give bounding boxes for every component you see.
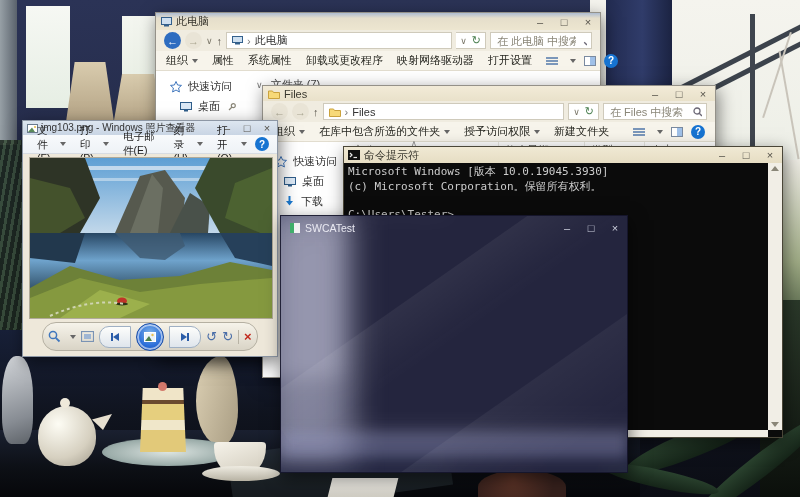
previous-button[interactable] bbox=[99, 326, 131, 348]
toolbar-include-in-library[interactable]: 在库中包含所选的文件夹 bbox=[319, 124, 450, 139]
desktop: 此电脑 – □ × ← → ∨ ↑ › 此电脑 ∨ ↻ bbox=[0, 0, 800, 497]
cmd-line-version: Microsoft Windows [版本 10.0.19045.3930] bbox=[348, 165, 764, 180]
back-button[interactable]: ← bbox=[271, 103, 288, 120]
up-button[interactable]: ↑ bbox=[313, 106, 319, 118]
toolbar-give-access[interactable]: 授予访问权限 bbox=[464, 124, 540, 139]
breadcrumb[interactable]: › Files bbox=[323, 103, 565, 120]
forward-button[interactable]: → bbox=[292, 103, 309, 120]
zoom-dropdown-arrow-icon[interactable] bbox=[70, 335, 76, 339]
maximize-button[interactable]: □ bbox=[579, 216, 603, 240]
toolbar-organize[interactable]: 组织 bbox=[166, 53, 198, 68]
refresh-button[interactable]: ↻ bbox=[585, 105, 594, 118]
this-pc-title: 此电脑 bbox=[176, 14, 209, 29]
download-icon bbox=[284, 196, 295, 207]
address-dropdown[interactable]: ∨ bbox=[573, 107, 580, 117]
wallpaper-statue bbox=[2, 356, 33, 444]
rotate-clockwise-button[interactable]: ↻ bbox=[222, 329, 233, 344]
wallpaper-napkin bbox=[328, 478, 399, 497]
dropdown-arrow-icon bbox=[197, 142, 203, 146]
play-slideshow-button[interactable] bbox=[136, 323, 164, 351]
actual-size-icon[interactable] bbox=[81, 331, 94, 342]
files-window-controls: – □ × bbox=[643, 86, 715, 101]
search-input[interactable] bbox=[608, 105, 693, 119]
list-view-icon[interactable] bbox=[633, 127, 645, 137]
sidebar-item-desktop[interactable]: 桌面 bbox=[275, 174, 347, 189]
minimize-button[interactable]: – bbox=[643, 86, 667, 101]
breadcrumb[interactable]: › 此电脑 bbox=[226, 32, 452, 49]
help-icon[interactable]: ? bbox=[691, 125, 705, 139]
computer-icon bbox=[232, 36, 243, 45]
address-controls: ∨ ↻ bbox=[568, 103, 599, 120]
view-dropdown-arrow-icon[interactable] bbox=[657, 130, 663, 134]
close-button[interactable]: × bbox=[758, 147, 782, 163]
zoom-icon[interactable] bbox=[48, 330, 61, 343]
sidebar-item-quick-access[interactable]: 快速访问 bbox=[275, 154, 347, 169]
this-pc-window-controls: – □ × bbox=[528, 13, 600, 30]
toolbar-map-drive[interactable]: 映射网络驱动器 bbox=[397, 53, 474, 68]
maximize-button[interactable]: □ bbox=[667, 86, 691, 101]
breadcrumb-location[interactable]: 此电脑 bbox=[255, 33, 288, 48]
sidebar-label: 桌面 bbox=[302, 174, 324, 189]
close-button[interactable]: × bbox=[603, 216, 627, 240]
view-dropdown-arrow-icon[interactable] bbox=[570, 59, 576, 63]
scroll-up-icon[interactable] bbox=[771, 166, 779, 171]
swca-titlebar[interactable]: SWCATest – □ × bbox=[281, 216, 627, 240]
toolbar-uninstall[interactable]: 卸载或更改程序 bbox=[306, 53, 383, 68]
sidebar-label: 桌面 bbox=[198, 99, 220, 114]
back-button[interactable]: ← bbox=[164, 32, 181, 49]
list-view-icon[interactable] bbox=[546, 56, 558, 66]
sidebar-item-quick-access[interactable]: 快速访问 bbox=[170, 79, 248, 94]
menu-email[interactable]: 电子邮件(E) bbox=[117, 130, 165, 158]
help-icon[interactable]: ? bbox=[604, 54, 618, 68]
rotate-counterclockwise-button[interactable]: ↺ bbox=[206, 329, 217, 344]
scroll-down-icon[interactable] bbox=[771, 422, 779, 427]
toolbar-system-properties[interactable]: 系统属性 bbox=[248, 53, 292, 68]
files-address-bar: ← → ↑ › Files ∨ ↻ bbox=[263, 101, 715, 122]
minimize-button[interactable]: – bbox=[528, 13, 552, 30]
maximize-button[interactable]: □ bbox=[734, 147, 758, 163]
cmd-vertical-scrollbar[interactable] bbox=[768, 163, 782, 430]
close-button[interactable]: × bbox=[576, 13, 600, 30]
next-button[interactable] bbox=[169, 326, 201, 348]
sidebar-item-downloads[interactable]: 下载 bbox=[275, 194, 347, 209]
search-box[interactable] bbox=[490, 32, 592, 49]
address-controls: ∨ ↻ bbox=[456, 32, 486, 49]
close-button[interactable]: × bbox=[691, 86, 715, 101]
delete-button[interactable]: × bbox=[244, 329, 252, 344]
swca-window-controls: – □ × bbox=[555, 216, 627, 240]
breadcrumb-location[interactable]: Files bbox=[352, 106, 375, 118]
cmd-title: 命令提示符 bbox=[364, 148, 419, 163]
preview-pane-icon[interactable] bbox=[584, 56, 596, 66]
this-pc-icon bbox=[161, 17, 172, 27]
up-button[interactable]: ↑ bbox=[217, 35, 223, 47]
history-dropdown[interactable]: ∨ bbox=[206, 36, 213, 46]
dropdown-arrow-icon bbox=[103, 142, 109, 146]
wallpaper-lampshade bbox=[66, 62, 114, 122]
maximize-button[interactable]: □ bbox=[552, 13, 576, 30]
dropdown-arrow-icon bbox=[60, 142, 66, 146]
minimize-button[interactable]: – bbox=[555, 216, 579, 240]
preview-pane-icon[interactable] bbox=[671, 127, 683, 137]
toolbar-new-folder[interactable]: 新建文件夹 bbox=[554, 124, 609, 139]
menu-right: ? bbox=[255, 135, 269, 153]
search-box[interactable] bbox=[603, 103, 707, 120]
refresh-button[interactable]: ↻ bbox=[472, 34, 481, 47]
cmd-titlebar[interactable]: 命令提示符 – □ × bbox=[344, 147, 782, 163]
toolbar-properties[interactable]: 属性 bbox=[212, 53, 234, 68]
wallpaper-brown-object bbox=[478, 470, 566, 497]
window-swcatest: SWCATest – □ × bbox=[280, 215, 628, 473]
forward-button[interactable]: → bbox=[185, 32, 202, 49]
photo-fjord-image bbox=[29, 157, 273, 319]
address-dropdown[interactable]: ∨ bbox=[460, 36, 467, 46]
toolbar-open-settings[interactable]: 打开设置 bbox=[488, 53, 532, 68]
sidebar-item-desktop[interactable]: 桌面 bbox=[170, 99, 248, 114]
swca-title: SWCATest bbox=[305, 222, 355, 234]
files-titlebar[interactable]: Files – □ × bbox=[263, 86, 715, 101]
close-button[interactable]: × bbox=[257, 121, 277, 135]
help-icon[interactable]: ? bbox=[255, 137, 269, 151]
this-pc-titlebar[interactable]: 此电脑 – □ × bbox=[156, 13, 600, 30]
sidebar-label: 快速访问 bbox=[293, 154, 337, 169]
search-icon bbox=[578, 36, 587, 46]
minimize-button[interactable]: – bbox=[710, 147, 734, 163]
search-input[interactable] bbox=[495, 34, 578, 48]
